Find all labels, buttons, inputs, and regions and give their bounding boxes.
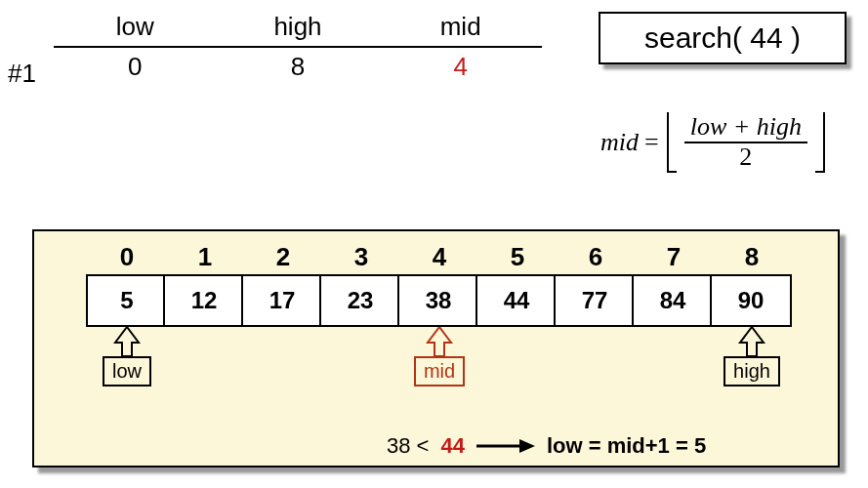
array-value: 17 — [241, 274, 323, 327]
array-index: 6 — [589, 239, 602, 274]
arrow-up-icon — [738, 327, 765, 356]
floor-left-icon — [667, 112, 677, 173]
array-value: 84 — [632, 274, 714, 327]
state-table: low high mid 0 8 4 — [54, 8, 542, 86]
state-header-mid: mid — [379, 8, 542, 47]
state-header-low: low — [54, 8, 217, 47]
pointer-mid-label: mid — [414, 356, 465, 386]
array-cell: 323 — [322, 239, 400, 327]
array-cell: 217 — [244, 239, 322, 327]
formula-lhs: mid — [600, 128, 639, 157]
formula-fraction: low + high 2 — [684, 113, 807, 171]
array-value: 5 — [86, 274, 168, 327]
comparison-result: 38 < 44 low = mid+1 = 5 — [387, 433, 706, 459]
array-cell: 112 — [166, 239, 244, 327]
array-cell: 438 — [400, 239, 478, 327]
array-value: 90 — [710, 274, 792, 327]
search-call-box: search( 44 ) — [599, 12, 847, 64]
array-value: 12 — [163, 274, 245, 327]
array-index: 3 — [354, 239, 368, 274]
array-value: 77 — [554, 274, 636, 327]
pointer-high-label: high — [723, 356, 780, 386]
array-panel: 05112217323438544677784890 low mid high … — [32, 229, 840, 468]
cmp-left: 38 < — [387, 433, 429, 459]
array-cell: 677 — [557, 239, 635, 327]
formula-eq: = — [644, 128, 659, 157]
state-header-high: high — [217, 8, 380, 47]
arrow-up-icon — [113, 327, 141, 356]
array-value: 38 — [397, 274, 479, 327]
array-index: 5 — [511, 239, 524, 274]
array-index: 4 — [433, 239, 446, 274]
arrow-right-icon — [476, 438, 535, 454]
state-low: 0 — [54, 47, 217, 86]
formula-numerator: low + high — [684, 113, 807, 143]
array-index: 2 — [276, 239, 290, 274]
array-index: 0 — [120, 239, 134, 274]
array-value: 44 — [475, 274, 558, 327]
cmp-action: low = mid+1 = 5 — [547, 433, 706, 459]
svg-marker-1 — [519, 439, 535, 453]
array-index: 7 — [667, 239, 681, 274]
step-row-label: #1 — [8, 59, 36, 89]
pointer-high: high — [723, 327, 781, 386]
array-cell: 544 — [478, 239, 557, 327]
pointer-low-label: low — [103, 356, 151, 386]
array-index: 1 — [198, 239, 212, 274]
array-cell: 784 — [635, 239, 713, 327]
mid-formula: mid = low + high 2 — [600, 112, 827, 173]
arrow-up-icon — [426, 327, 453, 356]
state-high: 8 — [217, 47, 380, 86]
array-index: 8 — [745, 239, 759, 274]
formula-denominator: 2 — [733, 143, 758, 172]
pointer-mid: mid — [410, 327, 469, 386]
cmp-target: 44 — [440, 433, 464, 459]
array-row: 05112217323438544677784890 — [88, 239, 791, 327]
array-cell: 890 — [713, 239, 791, 327]
array-cell: 05 — [88, 239, 166, 327]
pointer-low: low — [98, 327, 156, 386]
floor-right-icon — [815, 112, 825, 173]
state-mid: 4 — [379, 47, 542, 86]
array-value: 23 — [319, 274, 401, 327]
